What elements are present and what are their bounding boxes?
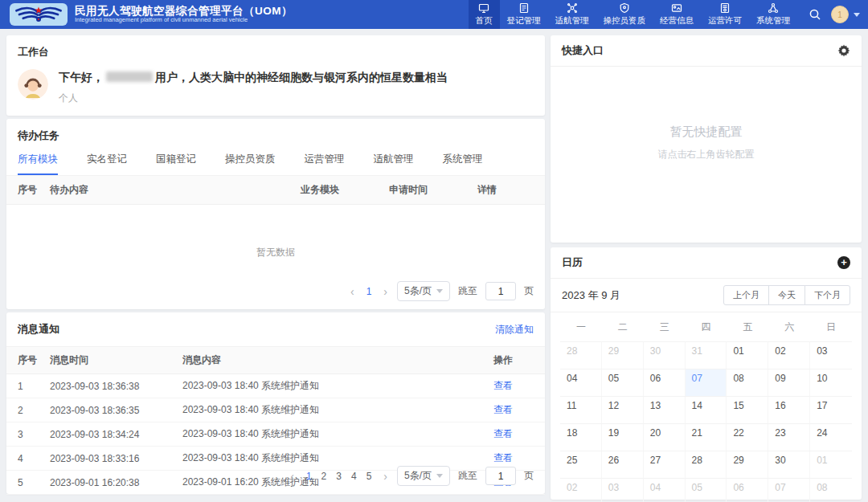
nav-label: 系统管理 xyxy=(756,15,790,27)
page-number[interactable]: 3 xyxy=(334,471,344,482)
nav-item-operation-permit[interactable]: 运营许可 xyxy=(701,0,749,29)
calendar-cell[interactable]: 08 xyxy=(727,369,768,396)
next-page-icon[interactable]: › xyxy=(382,285,389,298)
col-header: 待办内容 xyxy=(50,183,301,197)
page-number[interactable]: 4 xyxy=(349,471,359,482)
todo-tab[interactable]: 操控员资质 xyxy=(225,153,276,175)
calendar-cell[interactable]: 04 xyxy=(560,369,602,396)
calendar-cell[interactable]: 23 xyxy=(768,423,810,451)
calendar-cell[interactable]: 06 xyxy=(644,369,686,396)
today-button[interactable]: 今天 xyxy=(768,285,805,305)
calendar-cell[interactable]: 05 xyxy=(686,478,727,502)
calendar-cell[interactable]: 28 xyxy=(686,451,727,478)
calendar-cell[interactable]: 30 xyxy=(644,341,686,369)
calendar-cell[interactable]: 29 xyxy=(727,451,768,478)
page-number[interactable]: 1 xyxy=(304,471,314,482)
page-number[interactable]: 5 xyxy=(364,471,375,482)
page-size-select[interactable]: 5条/页 xyxy=(397,466,450,486)
calendar-cell[interactable]: 30 xyxy=(768,451,810,478)
next-page-icon[interactable]: › xyxy=(382,470,389,483)
calendar-cell[interactable]: 18 xyxy=(560,423,602,451)
nav-item-home[interactable]: 首页 xyxy=(469,0,500,29)
message-no: 1 xyxy=(18,381,50,392)
calendar-cell[interactable]: 28 xyxy=(560,341,602,369)
calendar-cell[interactable]: 16 xyxy=(768,396,810,423)
chevron-down-icon xyxy=(436,289,443,293)
page-number[interactable]: 2 xyxy=(319,471,330,482)
calendar-cell[interactable]: 22 xyxy=(727,423,768,451)
calendar-cell[interactable]: 31 xyxy=(686,341,727,369)
todo-tab[interactable]: 运营管理 xyxy=(305,153,345,175)
calendar-cell[interactable]: 21 xyxy=(686,423,727,451)
col-header: 消息内容 xyxy=(182,353,493,367)
next-month-button[interactable]: 下个月 xyxy=(805,285,850,305)
calendar-cell[interactable]: 12 xyxy=(602,396,644,423)
calendar-cell[interactable]: 11 xyxy=(560,396,602,423)
nav-label: 登记管理 xyxy=(507,15,541,27)
calendar-cell[interactable]: 03 xyxy=(810,341,852,369)
calendar-cell[interactable]: 04 xyxy=(644,478,686,502)
user-avatar[interactable]: 1 xyxy=(831,6,849,23)
calendar-cell[interactable]: 03 xyxy=(602,478,644,502)
calendar-cell[interactable]: 05 xyxy=(602,369,644,396)
calendar-cell[interactable]: 14 xyxy=(686,396,727,423)
license-icon xyxy=(719,2,731,14)
calendar-cell[interactable]: 15 xyxy=(727,396,768,423)
message-no: 2 xyxy=(18,405,50,416)
view-link[interactable]: 查看 xyxy=(493,379,534,393)
quick-entry-card: 快捷入口 暂无快捷配置 请点击右上角齿轮配置 xyxy=(551,35,862,243)
calendar-cell[interactable]: 10 xyxy=(810,369,852,396)
prev-page-icon[interactable]: ‹ xyxy=(289,470,296,483)
nav-item-registration[interactable]: 登记管理 xyxy=(500,0,548,29)
quick-entry-empty-state: 暂无快捷配置 请点击右上角齿轮配置 xyxy=(551,67,862,219)
col-header: 申请时间 xyxy=(389,183,477,197)
todo-tab[interactable]: 所有模块 xyxy=(18,153,58,175)
page-jump-input[interactable] xyxy=(485,467,516,485)
calendar-cell[interactable]: 02 xyxy=(768,341,810,369)
calendar-cell[interactable]: 27 xyxy=(644,451,686,478)
calendar-cell[interactable]: 20 xyxy=(644,423,686,451)
nav-item-business-info[interactable]: 经营信息 xyxy=(653,0,701,29)
calendar-cell[interactable]: 19 xyxy=(602,423,644,451)
calendar-cell[interactable]: 26 xyxy=(602,451,644,478)
page-number[interactable]: 1 xyxy=(364,286,375,297)
clear-notifications-link[interactable]: 清除通知 xyxy=(495,323,534,337)
calendar-cell[interactable]: 07 xyxy=(768,478,810,502)
calendar-cell[interactable]: 07 xyxy=(686,369,727,396)
page-jump-input[interactable] xyxy=(485,282,516,300)
nav-item-airworthiness[interactable]: 适航管理 xyxy=(548,0,596,29)
calendar-cell[interactable]: 29 xyxy=(602,341,644,369)
search-icon[interactable] xyxy=(809,8,821,21)
todo-tab[interactable]: 实名登记 xyxy=(87,153,127,175)
page-size-select[interactable]: 5条/页 xyxy=(397,281,450,301)
nav-item-operator-qualification[interactable]: 操控员资质 xyxy=(596,0,653,29)
todo-tab[interactable]: 系统管理 xyxy=(443,153,483,175)
empty-hint: 请点击右上角齿轮配置 xyxy=(658,148,755,161)
calendar-cell[interactable]: 13 xyxy=(644,396,686,423)
calendar-cell[interactable]: 06 xyxy=(727,478,768,502)
message-time: 2023-09-03 18:36:38 xyxy=(50,381,182,392)
calendar-cell[interactable]: 17 xyxy=(810,396,852,423)
todo-tab[interactable]: 适航管理 xyxy=(374,153,414,175)
nav-item-system-management[interactable]: 系统管理 xyxy=(749,0,797,29)
todo-pagination: ‹ 1 › 5条/页 跳至 页 xyxy=(349,281,534,301)
plus-icon[interactable]: + xyxy=(837,256,850,269)
gear-icon[interactable] xyxy=(837,44,850,57)
calendar-cell[interactable]: 01 xyxy=(727,341,768,369)
calendar-cell[interactable]: 08 xyxy=(810,478,852,502)
message-time: 2023-09-03 18:36:35 xyxy=(50,405,182,416)
todo-tab[interactable]: 国籍登记 xyxy=(156,153,196,175)
view-link[interactable]: 查看 xyxy=(493,451,534,465)
calendar-cell[interactable]: 09 xyxy=(768,369,810,396)
view-link[interactable]: 查看 xyxy=(493,427,534,441)
view-link[interactable]: 查看 xyxy=(493,403,534,417)
chevron-down-icon[interactable] xyxy=(854,13,860,17)
prev-page-icon[interactable]: ‹ xyxy=(349,285,356,298)
prev-month-button[interactable]: 上个月 xyxy=(723,285,769,305)
calendar-cell[interactable]: 01 xyxy=(810,451,852,478)
calendar-cell[interactable]: 02 xyxy=(560,478,602,502)
table-row: 22023-09-03 18:36:352023-09-03 18:40 系统维… xyxy=(6,398,545,422)
calendar-cell[interactable]: 24 xyxy=(810,423,852,451)
greeting-avatar xyxy=(18,69,48,100)
calendar-cell[interactable]: 25 xyxy=(560,451,602,478)
